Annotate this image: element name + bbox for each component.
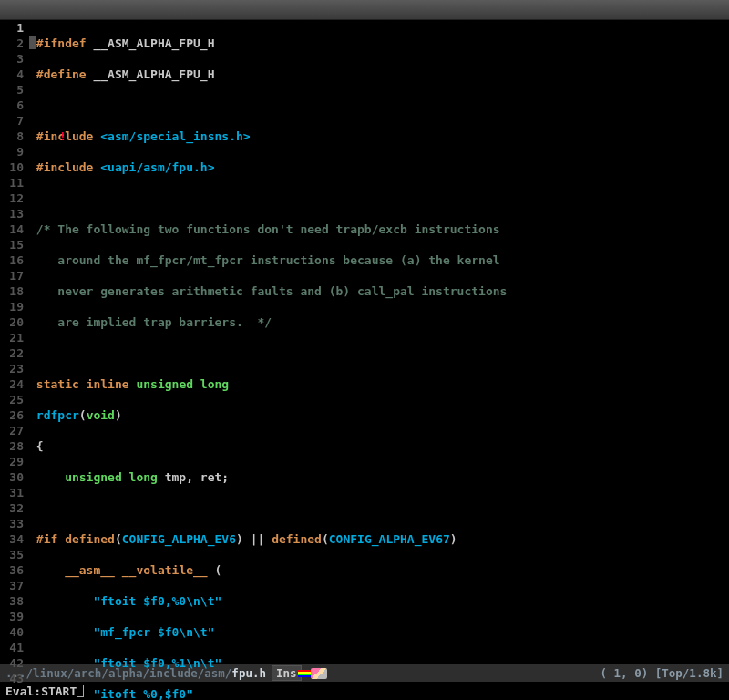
- error-mark-icon: !: [59, 129, 67, 144]
- code-content[interactable]: #ifndef __ASM_ALPHA_FPU_H #define __ASM_…: [29, 20, 729, 664]
- window-titlebar: [0, 0, 729, 20]
- line-number-gutter: 1 2 3 4 5 6 7 8 9 10 11 12 13 14 15 16 1…: [0, 20, 29, 664]
- text-cursor: [29, 36, 36, 49]
- nyan-cat-icon: [311, 668, 327, 679]
- editor-area[interactable]: 1 2 3 4 5 6 7 8 9 10 11 12 13 14 15 16 1…: [0, 20, 729, 664]
